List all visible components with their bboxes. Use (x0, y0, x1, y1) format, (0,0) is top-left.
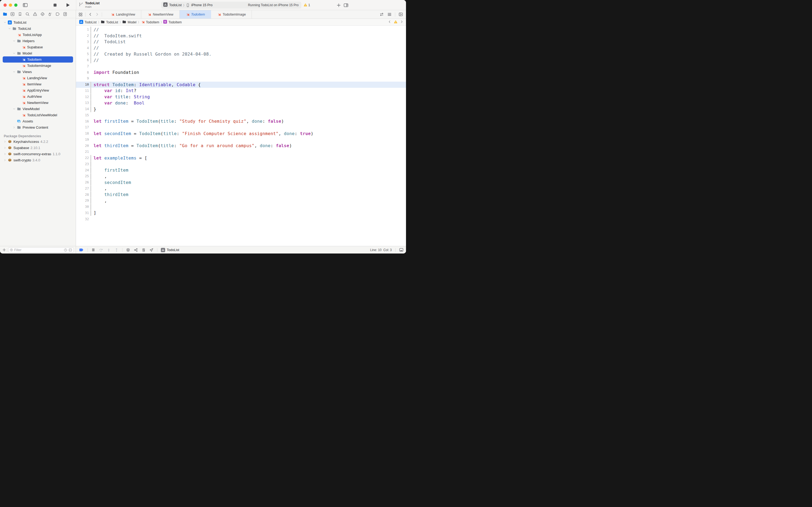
code-line-21[interactable]: 21 (76, 149, 406, 155)
sidebar-item-newitemview[interactable]: NewItemView (3, 100, 73, 106)
disclosure-down-icon[interactable] (13, 71, 17, 73)
next-issue-icon[interactable] (400, 20, 403, 24)
issues-navigator-icon[interactable] (33, 12, 37, 16)
code-line-12[interactable]: 12 var title: String (76, 94, 406, 100)
code-line-20[interactable]: 20let thirdItem = TodoItem(title: "Go fo… (76, 143, 406, 149)
disclosure-down-icon[interactable] (13, 108, 17, 110)
code-line-13[interactable]: 13 var done: Bool (76, 100, 406, 106)
code-line-8[interactable]: 8import Foundation (76, 69, 406, 75)
step-out-icon[interactable] (114, 248, 119, 252)
breakpoints-navigator-icon[interactable] (55, 12, 60, 16)
tests-navigator-icon[interactable] (40, 12, 45, 16)
package-item-swift-concurrency-extras[interactable]: swift-concurrency-extras1.1.0 (3, 151, 73, 157)
recent-files-clock-icon[interactable] (64, 248, 67, 252)
code-line-15[interactable]: 15 (76, 112, 406, 118)
code-review-icon[interactable] (380, 12, 384, 17)
sidebar-item-itemview[interactable]: ItemView (3, 81, 73, 87)
tab-todoitem[interactable]: TodoItem (180, 10, 211, 18)
sidebar-item-viewmodel[interactable]: ViewModel (3, 106, 73, 112)
code-line-4[interactable]: 4// (76, 45, 406, 51)
code-line-9[interactable]: 9 (76, 75, 406, 81)
toggle-debug-area-icon[interactable] (399, 247, 404, 252)
issue-warning-icon[interactable] (394, 20, 398, 25)
project-navigator-icon[interactable] (3, 12, 7, 16)
code-line-24[interactable]: 24 firstItem (76, 167, 406, 173)
sidebar-item-todoitemimage[interactable]: TodoItemImage (3, 63, 73, 69)
sidebar-item-todolistapp[interactable]: TodoListApp (3, 32, 73, 38)
memory-graph-icon[interactable] (134, 248, 138, 252)
sidebar-item-assets[interactable]: Assets (3, 118, 73, 124)
changes-navigator-icon[interactable] (10, 12, 15, 16)
sidebar-item-model[interactable]: Model (3, 50, 73, 56)
toggle-right-sidebar-icon[interactable] (343, 3, 349, 8)
source-control-filter-icon[interactable] (68, 248, 72, 252)
tab-todoitemimage[interactable]: TodoItemImage (211, 10, 252, 18)
tab-overview-icon[interactable] (78, 12, 83, 17)
previous-issue-icon[interactable] (388, 20, 391, 24)
code-line-32[interactable]: 32 (76, 216, 406, 222)
code-line-16[interactable]: 16let firstItem = TodoItem(title: "Study… (76, 118, 406, 124)
code-line-5[interactable]: 5// Created by Russell Gordon on 2024-04… (76, 51, 406, 57)
stop-button[interactable] (53, 3, 57, 7)
step-over-icon[interactable] (99, 248, 103, 252)
code-line-6[interactable]: 6// (76, 57, 406, 63)
bookmarks-navigator-icon[interactable] (18, 12, 22, 16)
package-item-keychainaccess[interactable]: KeychainAccess4.2.2 (3, 138, 73, 145)
go-forward-icon[interactable] (95, 12, 99, 16)
code-line-7[interactable]: 7 (76, 63, 406, 69)
breadcrumb-item-1[interactable]: TodoList (101, 20, 118, 25)
code-line-18[interactable]: 18let secondItem = TodoItem(title: "Fini… (76, 130, 406, 137)
breadcrumb-item-2[interactable]: Model (122, 20, 136, 25)
minimize-window-button[interactable] (9, 3, 12, 7)
scheme-selector[interactable]: TodoList 〉 iPhone 15 Pro Running TodoLis… (161, 2, 301, 9)
package-item-swift-crypto[interactable]: swift-crypto3.4.0 (3, 157, 73, 163)
sidebar-item-landingview[interactable]: LandingView (3, 75, 73, 81)
add-item-icon[interactable] (2, 248, 6, 252)
code-line-3[interactable]: 3// TodoList (76, 39, 406, 45)
add-editor-icon[interactable] (399, 12, 403, 17)
code-line-27[interactable]: 27 , (76, 185, 406, 192)
tab-landingview[interactable]: LandingView (105, 10, 141, 18)
breakpoints-toggle-icon[interactable] (79, 248, 84, 252)
reports-navigator-icon[interactable] (63, 12, 67, 16)
close-window-button[interactable] (3, 3, 7, 7)
code-line-14[interactable]: 14} (76, 106, 406, 112)
disclosure-down-icon[interactable] (13, 40, 17, 42)
code-line-17[interactable]: 17 (76, 124, 406, 130)
disclosure-right-icon[interactable] (4, 159, 7, 161)
add-tab-icon[interactable] (337, 3, 341, 7)
debug-navigator-icon[interactable] (48, 12, 52, 16)
sidebar-item-helpers[interactable]: Helpers (3, 38, 73, 44)
code-line-28[interactable]: 28 thirdItem (76, 191, 406, 198)
sidebar-item-todolistviewmodel[interactable]: TodoListViewModel (3, 112, 73, 118)
sidebar-item-todolist[interactable]: TodoList (3, 19, 73, 25)
tab-newitemview[interactable]: NewItemView (141, 10, 179, 18)
sidebar-item-authview[interactable]: AuthView (3, 94, 73, 100)
sidebar-item-views[interactable]: Views (3, 69, 73, 75)
breadcrumb-item-4[interactable]: STodoItem (163, 20, 181, 24)
disclosure-right-icon[interactable] (4, 153, 7, 155)
disclosure-down-icon[interactable] (8, 27, 12, 30)
code-line-22[interactable]: 22let exampleItems = [ (76, 155, 406, 161)
code-line-10[interactable]: 10struct TodoItem: Identifiable, Codable… (76, 81, 406, 88)
running-app-indicator[interactable]: TodoList (161, 248, 179, 252)
breadcrumb-item-0[interactable]: TodoList (79, 20, 97, 25)
source-editor[interactable]: 1//2// TodoItem.swift3// TodoList4//5// … (76, 26, 406, 246)
simulate-location-icon[interactable] (149, 248, 154, 252)
pause-icon[interactable] (91, 248, 95, 252)
find-navigator-icon[interactable] (25, 12, 30, 16)
code-line-1[interactable]: 1// (76, 26, 406, 33)
sidebar-item-appentryview[interactable]: AppEntryView (3, 87, 73, 94)
view-debugger-icon[interactable] (126, 248, 130, 252)
editor-options-icon[interactable] (387, 12, 392, 17)
breadcrumb-item-3[interactable]: TodoItem (141, 20, 159, 25)
code-line-30[interactable]: 30 (76, 204, 406, 210)
code-line-23[interactable]: 23 (76, 161, 406, 167)
filter-input[interactable]: Filter (8, 247, 74, 253)
disclosure-down-icon[interactable] (4, 21, 7, 23)
code-line-26[interactable]: 26 secondItem (76, 179, 406, 185)
disclosure-right-icon[interactable] (4, 147, 7, 149)
disclosure-right-icon[interactable] (13, 126, 17, 129)
code-line-19[interactable]: 19 (76, 137, 406, 143)
step-into-icon[interactable] (107, 248, 111, 252)
